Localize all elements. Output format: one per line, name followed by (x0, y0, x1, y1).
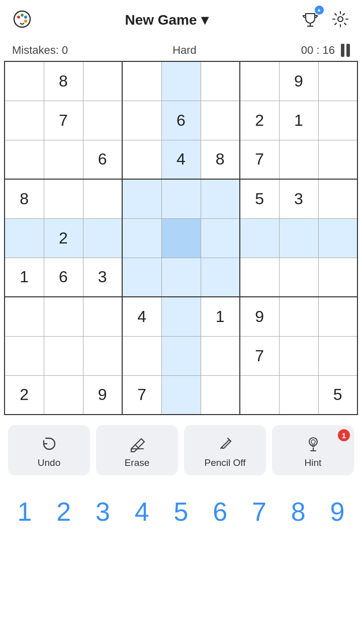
number-pad-button-9[interactable]: 9 (319, 492, 355, 532)
number-pad-button-4[interactable]: 4 (124, 492, 160, 532)
table-row[interactable] (318, 179, 357, 218)
table-row[interactable] (83, 179, 122, 218)
table-row[interactable] (161, 218, 201, 258)
table-row[interactable] (279, 336, 318, 375)
table-row[interactable] (318, 140, 357, 179)
table-row[interactable] (5, 140, 44, 179)
table-row[interactable]: 9 (240, 297, 279, 336)
new-game-dropdown[interactable]: New Game ▾ (125, 12, 208, 28)
table-row[interactable]: 9 (83, 375, 122, 415)
table-row[interactable] (318, 258, 357, 297)
table-row[interactable] (161, 297, 201, 336)
table-row[interactable]: 2 (5, 375, 44, 415)
table-row[interactable] (240, 375, 279, 415)
table-row[interactable]: 7 (44, 101, 83, 140)
table-row[interactable] (122, 61, 161, 101)
table-row[interactable] (201, 336, 240, 375)
table-row[interactable] (240, 258, 279, 297)
table-row[interactable] (44, 297, 83, 336)
table-row[interactable] (161, 61, 201, 101)
erase-button[interactable]: Erase (96, 425, 178, 475)
table-row[interactable]: 8 (5, 179, 44, 218)
table-row[interactable]: 7 (240, 336, 279, 375)
table-row[interactable] (122, 179, 161, 218)
table-row[interactable] (279, 297, 318, 336)
hint-button[interactable]: 1 Hint (272, 425, 354, 475)
palette-button[interactable] (10, 7, 34, 33)
table-row[interactable] (279, 375, 318, 415)
table-row[interactable] (279, 218, 318, 258)
table-row[interactable] (44, 140, 83, 179)
table-row[interactable]: 1 (5, 258, 44, 297)
settings-button[interactable] (329, 8, 352, 32)
table-row[interactable] (83, 297, 122, 336)
table-row[interactable]: 8 (44, 61, 83, 101)
table-row[interactable] (318, 218, 357, 258)
table-row[interactable]: 6 (83, 140, 122, 179)
number-pad-button-6[interactable]: 6 (202, 492, 238, 532)
table-row[interactable] (161, 258, 201, 297)
table-row[interactable] (240, 61, 279, 101)
trophy-button[interactable] (299, 8, 322, 32)
table-row[interactable]: 2 (44, 218, 83, 258)
table-row[interactable]: 6 (161, 101, 201, 140)
table-row[interactable] (161, 336, 201, 375)
table-row[interactable] (318, 297, 357, 336)
table-row[interactable] (83, 336, 122, 375)
table-row[interactable] (122, 336, 161, 375)
table-row[interactable]: 3 (279, 179, 318, 218)
table-row[interactable] (83, 61, 122, 101)
table-row[interactable] (44, 375, 83, 415)
pause-icon[interactable] (341, 44, 350, 57)
table-row[interactable] (318, 101, 357, 140)
table-row[interactable]: 1 (279, 101, 318, 140)
table-row[interactable] (83, 218, 122, 258)
table-row[interactable]: 8 (201, 140, 240, 179)
pencil-button[interactable]: Pencil Off (184, 425, 266, 475)
number-pad-button-1[interactable]: 1 (7, 492, 43, 532)
table-row[interactable] (44, 336, 83, 375)
number-pad-button-5[interactable]: 5 (163, 492, 199, 532)
table-row[interactable]: 7 (240, 140, 279, 179)
hint-badge: 1 (338, 429, 350, 441)
number-pad-button-2[interactable]: 2 (46, 492, 82, 532)
table-row[interactable]: 4 (161, 140, 201, 179)
table-row[interactable]: 2 (240, 101, 279, 140)
table-row[interactable] (5, 61, 44, 101)
table-row[interactable] (201, 179, 240, 218)
table-row[interactable] (122, 258, 161, 297)
table-row[interactable] (5, 101, 44, 140)
table-row[interactable] (201, 61, 240, 101)
table-row[interactable]: 1 (201, 297, 240, 336)
table-row[interactable]: 5 (240, 179, 279, 218)
table-row[interactable]: 7 (122, 375, 161, 415)
table-row[interactable] (122, 218, 161, 258)
table-row[interactable] (279, 140, 318, 179)
table-row[interactable] (318, 61, 357, 101)
table-row[interactable]: 3 (83, 258, 122, 297)
table-row[interactable] (201, 101, 240, 140)
number-pad-button-7[interactable]: 7 (241, 492, 277, 532)
table-row[interactable] (318, 336, 357, 375)
table-row[interactable]: 4 (122, 297, 161, 336)
table-row[interactable] (201, 218, 240, 258)
table-row[interactable] (83, 101, 122, 140)
table-row[interactable]: 6 (44, 258, 83, 297)
table-row[interactable] (201, 375, 240, 415)
table-row[interactable] (5, 218, 44, 258)
table-row[interactable] (44, 179, 83, 218)
undo-button[interactable]: Undo (8, 425, 90, 475)
number-pad-button-3[interactable]: 3 (84, 492, 121, 532)
table-row[interactable] (5, 336, 44, 375)
table-row[interactable] (279, 258, 318, 297)
table-row[interactable] (161, 179, 201, 218)
number-pad-button-8[interactable]: 8 (280, 492, 316, 532)
table-row[interactable] (122, 140, 161, 179)
table-row[interactable] (122, 101, 161, 140)
table-row[interactable]: 5 (318, 375, 357, 415)
table-row[interactable] (5, 297, 44, 336)
table-row[interactable] (161, 375, 201, 415)
table-row[interactable] (240, 218, 279, 258)
table-row[interactable] (201, 258, 240, 297)
table-row[interactable]: 9 (279, 61, 318, 101)
